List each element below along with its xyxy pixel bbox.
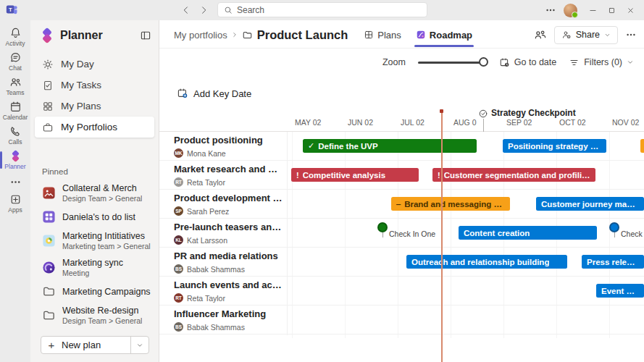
pinned-item[interactable]: Marketing IntitiativesMarketing team > G…	[36, 227, 156, 254]
timeline-month-label: JUN 02	[348, 118, 373, 127]
close-button[interactable]	[621, 0, 640, 20]
panel-nav: My DayMy TasksMy PlansMy Portfolios	[35, 54, 154, 138]
chat-icon	[9, 51, 22, 64]
rail-item-calendar[interactable]: Calendar	[0, 98, 30, 123]
portfolio-icon	[42, 122, 54, 133]
gantt-bar[interactable]: Outreach and relationship building	[406, 255, 567, 269]
gantt-bar-label: Outreach and relationship building	[411, 258, 549, 266]
rail-item-calls[interactable]: Calls	[0, 123, 30, 148]
maximize-button[interactable]	[602, 0, 621, 20]
task-cell[interactable]: Market research and analysisRTReta Taylo…	[174, 164, 283, 187]
chevron-down-icon	[604, 32, 611, 38]
gantt-bar[interactable]: !Customer segmentation and profiling	[432, 168, 595, 182]
sidebar-item-my-plans[interactable]: My Plans	[35, 96, 154, 117]
breadcrumb-chevron-icon	[231, 31, 238, 38]
pinned-item-subtitle: Design Team > General	[62, 316, 142, 325]
rail-item-apps[interactable]: Apps	[0, 191, 30, 216]
gantt-bar[interactable]: Customer journey mapping	[536, 197, 644, 211]
tab-label: Plans	[377, 30, 401, 41]
members-button[interactable]	[534, 28, 547, 41]
gantt-bar[interactable]: ‒Brand and messaging alignment	[391, 197, 510, 211]
window-titlebar[interactable]: T Search	[0, 0, 644, 20]
task-title: Product positioning	[174, 135, 283, 146]
filters-button[interactable]: Filters (0)	[569, 57, 634, 68]
tab-roadmap[interactable]: Roadmap	[410, 27, 478, 43]
folder-icon	[42, 285, 56, 298]
milestone-pin[interactable]	[611, 224, 618, 231]
user-avatar[interactable]	[564, 4, 577, 17]
task-cell[interactable]: Launch events and activationsRTReta Tayl…	[174, 279, 283, 303]
rail-item-label: Chat	[9, 64, 22, 72]
gantt-bar[interactable]: Press release writing	[582, 255, 644, 269]
rail-item-planner[interactable]: Planner	[0, 148, 30, 172]
gantt-bar[interactable]: Content creation	[459, 226, 597, 240]
task-assignee: BSBabak Shammas	[174, 264, 283, 274]
share-button[interactable]: Share	[554, 26, 618, 44]
minimize-button[interactable]	[583, 0, 602, 20]
pinned-item-name: Website Re-design	[62, 306, 142, 316]
rail-item-chat[interactable]: Chat	[0, 49, 30, 74]
task-assignee: RTReta Taylor	[174, 177, 283, 187]
nav-forward-button[interactable]	[198, 5, 209, 15]
milestone-stem	[382, 232, 384, 237]
rail-item-label: Calls	[9, 138, 22, 146]
important-icon: !	[438, 171, 440, 180]
zoom-slider[interactable]	[418, 57, 487, 67]
loop-icon	[42, 261, 56, 274]
sidebar-item-my-tasks[interactable]: My Tasks	[35, 75, 154, 96]
maximize-icon	[608, 7, 616, 14]
task-cell[interactable]: Product positioningMKMona Kane	[174, 135, 283, 158]
gantt-row: Influencer MarketingBSBabak Shammas	[159, 306, 644, 334]
milestone-stem	[614, 232, 616, 237]
sidebar-item-my-portfolios[interactable]: My Portfolios	[35, 117, 154, 138]
rail-item-teams[interactable]: Teams	[0, 74, 30, 98]
assignee-name: Mona Kane	[187, 149, 226, 158]
go-to-date-button[interactable]: Go to date	[499, 57, 556, 68]
pinned-item[interactable]: Collateral & MerchDesign Team > General	[36, 180, 156, 206]
important-icon: !	[296, 171, 299, 180]
chevron-down-icon	[136, 342, 143, 349]
task-cell[interactable]: Influencer MarketingBSBabak Shammas	[174, 308, 283, 332]
breadcrumb[interactable]: My portfolios	[174, 30, 227, 41]
new-plan-button[interactable]: + New plan	[41, 336, 149, 354]
task-cell[interactable]: PR and media relationsBSBabak Shammas	[174, 251, 283, 274]
pinned-item-subtitle: Design Team > General	[62, 194, 142, 203]
portfolio-folder-icon	[242, 30, 253, 41]
gantt-bar[interactable]: Positioning strategy and mess...	[503, 139, 606, 153]
tab-bar: PlansRoadmap	[358, 27, 478, 43]
task-cell[interactable]: Product development collabSPSarah Perez	[174, 193, 283, 216]
titlebar-more-button[interactable]	[545, 4, 556, 16]
gantt-bar[interactable]: ✓Define the UVP	[303, 139, 477, 153]
zoom-slider-thumb[interactable]	[479, 57, 488, 67]
plan-more-button[interactable]	[625, 29, 637, 41]
search-input[interactable]: Search	[217, 2, 427, 17]
pinned-item[interactable]: Marketing syncMeeting	[36, 254, 156, 281]
pinned-item[interactable]: Daniela's to do list	[36, 206, 156, 227]
check-icon: ✓	[308, 141, 314, 151]
add-key-date-button[interactable]: Add Key Date	[177, 88, 251, 99]
gantt-bar-label: Event planning	[601, 287, 639, 295]
folder-icon	[42, 308, 56, 322]
pinned-item[interactable]: Marketing Campaigns	[36, 281, 156, 302]
gantt-bar[interactable]: !Competitive analysis	[291, 168, 419, 182]
milestone-pin[interactable]	[379, 224, 386, 231]
rail-item-activity[interactable]: Activity	[0, 25, 30, 49]
task-cell[interactable]: Pre-launch teasers and cam...KLKat Larss…	[174, 222, 283, 245]
avatar: RT	[174, 293, 183, 303]
gantt-bar[interactable]	[640, 139, 644, 153]
pinned-list: Collateral & MerchDesign Team > GeneralD…	[36, 180, 156, 329]
gantt-bar[interactable]: Event planning	[596, 284, 644, 298]
pinned-item[interactable]: Website Re-designDesign Team > General	[36, 302, 156, 329]
gantt-row: Product positioningMKMona Kane✓Define th…	[159, 132, 644, 161]
avatar: BS	[174, 322, 183, 332]
tab-plans[interactable]: Plans	[358, 27, 407, 43]
task-title: Launch events and activations	[174, 279, 283, 290]
pinned-item-subtitle: Marketing team > General	[62, 242, 151, 251]
sidebar-item-my-day[interactable]: My Day	[35, 54, 154, 75]
rail-item-more[interactable]	[0, 172, 30, 191]
search-placeholder: Search	[237, 5, 264, 15]
new-plan-dropdown[interactable]	[131, 337, 149, 353]
close-icon	[627, 7, 635, 14]
collapse-panel-button[interactable]	[140, 30, 151, 41]
nav-back-button[interactable]	[181, 5, 191, 15]
